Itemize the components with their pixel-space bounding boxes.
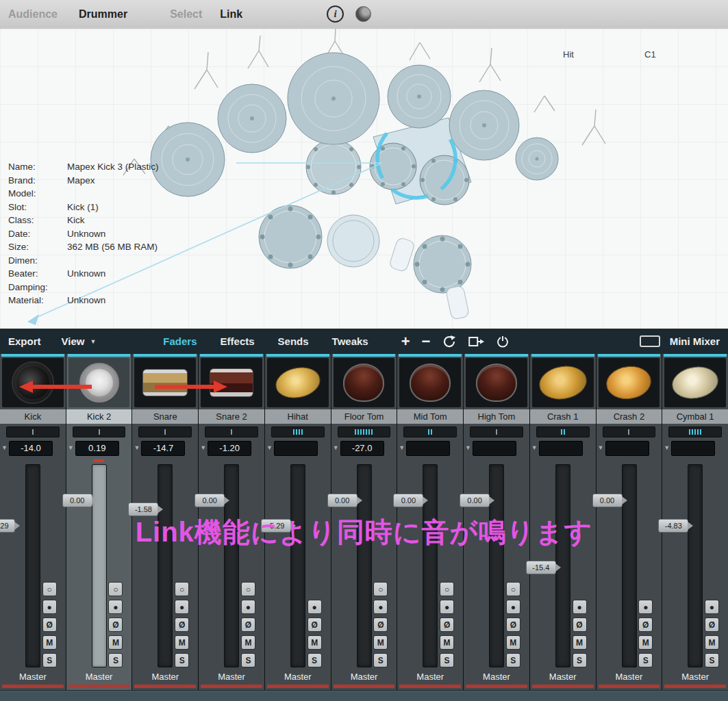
output-assignment[interactable]: Master [265, 670, 331, 684]
fader-track[interactable] [688, 464, 703, 667]
fader-track[interactable] [622, 464, 637, 667]
contrast-icon[interactable] [355, 6, 371, 22]
output-assignment[interactable]: Master [66, 670, 132, 684]
fader-handle[interactable]: 0.00 [393, 494, 423, 507]
record-button[interactable]: ● [506, 600, 520, 614]
solo-button[interactable]: S [307, 653, 322, 667]
channel-value-display[interactable]: -14.7 [141, 441, 185, 456]
bleed-button[interactable]: ○ [42, 582, 57, 596]
remove-channel-button[interactable]: − [422, 335, 431, 348]
mixer-channel[interactable]: Floor Tom ▼ -27.0 0.00 ○●ØMS Master [331, 354, 397, 690]
add-channel-button[interactable]: + [401, 335, 410, 348]
channel-thumbnail[interactable] [532, 358, 594, 407]
fader-handle[interactable]: -5.29 [261, 519, 291, 533]
fader-track[interactable] [224, 464, 239, 667]
record-button[interactable]: ● [42, 600, 57, 614]
fader-track[interactable] [423, 464, 438, 667]
solo-button[interactable]: S [241, 653, 255, 667]
mixer-channel[interactable]: Cymbal 1 ▼ -4.83 ●ØMS Master [662, 354, 728, 690]
mixer-channel[interactable]: Snare 2 ▼ -1.20 0.00 ○●ØMS Master [199, 354, 264, 690]
bleed-button[interactable]: ○ [506, 582, 520, 596]
mute-button[interactable]: M [573, 635, 587, 650]
solo-button[interactable]: S [175, 653, 189, 667]
record-button[interactable]: ● [573, 600, 587, 614]
mute-button[interactable]: M [241, 635, 255, 650]
phase-button[interactable]: Ø [573, 617, 587, 632]
fader-track[interactable] [290, 464, 305, 667]
channel-name[interactable]: Mid Tom [397, 409, 463, 424]
channel-value-display[interactable]: -27.0 [340, 441, 384, 456]
mute-button[interactable]: M [506, 635, 520, 650]
bleed-button[interactable]: ○ [241, 582, 255, 596]
value-caret-icon[interactable]: ▼ [266, 444, 273, 451]
refresh-icon[interactable] [442, 335, 457, 348]
channel-value-display[interactable] [605, 441, 649, 456]
power-icon[interactable] [497, 335, 509, 348]
channel-thumbnail[interactable] [68, 358, 130, 407]
fader-handle[interactable]: 0.00 [62, 494, 92, 507]
channel-name[interactable]: Cymbal 1 [662, 409, 728, 424]
solo-button[interactable]: S [573, 653, 587, 667]
channel-name[interactable]: High Tom [464, 409, 529, 424]
mute-button[interactable]: M [108, 635, 123, 650]
value-caret-icon[interactable]: ▼ [664, 444, 670, 451]
output-assignment[interactable]: Master [331, 670, 397, 684]
mixer-tab-sends[interactable]: Sends [278, 335, 309, 347]
phase-button[interactable]: Ø [705, 617, 719, 632]
tab-select[interactable]: Select [170, 8, 202, 21]
mixer-channel[interactable]: Mid Tom ▼ 0.00 ○●ØMS Master [397, 354, 463, 690]
channel-thumbnail[interactable] [399, 358, 461, 407]
drum-kit-view[interactable]: Hit C1 Name:Mapex Kick 3 (Plastic)Brand:… [0, 29, 728, 329]
channel-name[interactable]: Crash 1 [530, 409, 596, 424]
mini-mixer-checkbox[interactable] [640, 335, 660, 347]
fader-handle[interactable]: -1.58 [128, 502, 158, 516]
fader-track[interactable] [489, 464, 504, 667]
phase-button[interactable]: Ø [307, 617, 322, 632]
phase-button[interactable]: Ø [440, 617, 454, 632]
mixer-channel[interactable]: Kick ▼ -14.0 -5.29 ○●ØMS Master [0, 354, 66, 690]
channel-thumbnail[interactable] [267, 358, 329, 407]
channel-value-display[interactable] [671, 441, 715, 456]
phase-button[interactable]: Ø [506, 617, 520, 632]
value-caret-icon[interactable]: ▼ [598, 444, 604, 451]
fader-handle[interactable]: 0.00 [592, 494, 623, 507]
phase-button[interactable]: Ø [241, 617, 255, 632]
channel-value-display[interactable] [539, 441, 583, 456]
fader-handle[interactable]: -15.4 [526, 561, 556, 574]
mute-button[interactable]: M [175, 635, 189, 650]
record-button[interactable]: ● [241, 600, 255, 614]
bleed-button[interactable]: ○ [373, 582, 388, 596]
mute-button[interactable]: M [440, 635, 454, 650]
record-button[interactable]: ● [307, 600, 322, 614]
mute-button[interactable]: M [307, 635, 322, 650]
phase-button[interactable]: Ø [42, 617, 57, 632]
fader-handle[interactable]: 0.00 [327, 494, 357, 507]
fader-handle[interactable]: -5.29 [0, 519, 15, 533]
channel-name[interactable]: Snare 2 [199, 409, 264, 424]
channel-thumbnail[interactable] [664, 358, 726, 407]
channel-value-display[interactable] [473, 441, 516, 456]
bleed-button[interactable]: ○ [108, 582, 123, 596]
phase-button[interactable]: Ø [638, 617, 653, 632]
channel-name[interactable]: Kick [0, 409, 66, 424]
output-assignment[interactable]: Master [530, 670, 596, 684]
mixer-channel[interactable]: Snare ▼ -14.7 -1.58 ○●ØMS Master [132, 354, 198, 690]
channel-name[interactable]: Kick 2 [66, 409, 132, 424]
mixer-channel[interactable]: Crash 2 ▼ 0.00 ●ØMS Master [597, 354, 662, 690]
output-assignment[interactable]: Master [662, 670, 728, 684]
info-icon[interactable]: i [327, 5, 344, 23]
mute-button[interactable]: M [373, 635, 388, 650]
channel-name[interactable]: Crash 2 [597, 409, 662, 424]
phase-button[interactable]: Ø [175, 617, 189, 632]
channel-value-display[interactable]: 0.19 [75, 441, 119, 456]
solo-button[interactable]: S [705, 653, 719, 667]
fader-handle[interactable]: -4.83 [658, 519, 688, 533]
value-caret-icon[interactable]: ▼ [1, 444, 8, 451]
channel-thumbnail[interactable] [134, 358, 196, 407]
channel-name[interactable]: Hihat [265, 409, 331, 424]
output-assignment[interactable]: Master [597, 670, 662, 684]
channel-thumbnail[interactable] [2, 358, 64, 407]
fader-track[interactable] [92, 464, 107, 667]
solo-button[interactable]: S [42, 653, 57, 667]
record-button[interactable]: ● [638, 600, 653, 614]
